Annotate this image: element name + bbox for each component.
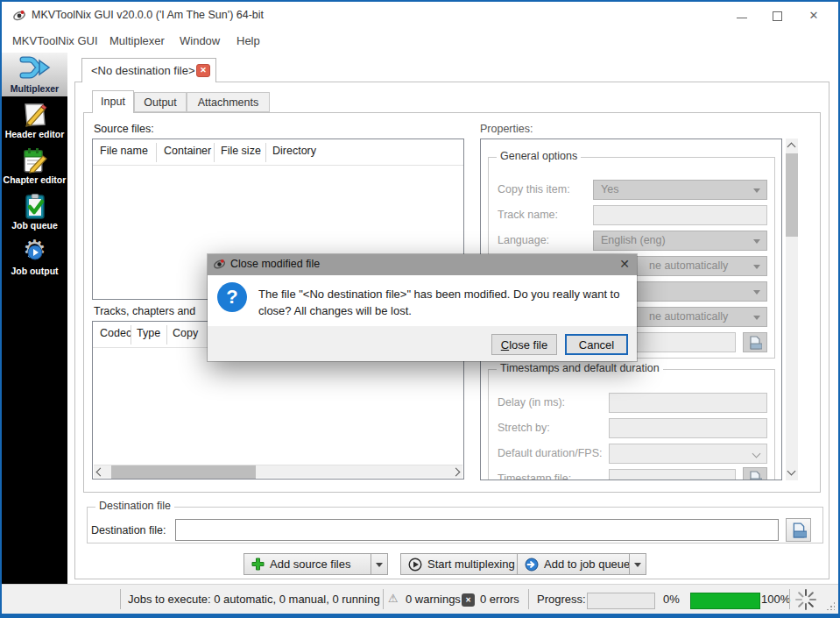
tool-sidebar: Multiplexer Header editor Chapter editor — [2, 53, 67, 584]
properties-vertical-scrollbar[interactable] — [786, 139, 798, 480]
sidebar-item-label: Job queue — [2, 220, 67, 231]
add-to-job-queue-button[interactable]: Add to job queue — [517, 553, 646, 575]
tracks-horizontal-scrollbar[interactable] — [94, 465, 462, 478]
close-file-button[interactable]: Close file — [491, 334, 557, 355]
question-icon: ? — [217, 282, 247, 312]
scrollbar-thumb[interactable] — [786, 153, 798, 237]
dialog-close-icon[interactable]: ✕ — [619, 257, 630, 271]
sidebar-item-chapter-editor[interactable]: Chapter editor — [2, 144, 67, 188]
menu-help[interactable]: Help — [233, 32, 264, 49]
minimize-button[interactable] — [729, 7, 755, 25]
add-source-files-dropdown[interactable] — [371, 554, 387, 574]
document-tab[interactable]: <No destination file> ✕ — [81, 58, 216, 82]
sidebar-item-label: Header editor — [2, 129, 67, 139]
maximize-button[interactable] — [764, 7, 790, 25]
window-title: MKVToolNix GUI v20.0.0 ('I Am The Sun') … — [32, 9, 264, 21]
tab-attachments[interactable]: Attachments — [187, 92, 270, 112]
column-header-type[interactable]: Type — [137, 327, 160, 339]
plus-icon — [251, 558, 265, 571]
chapter-editor-icon — [20, 146, 50, 175]
error-icon: ✕ — [462, 593, 475, 607]
destination-file-label: Destination file: — [91, 524, 166, 536]
tab-input[interactable]: Input — [92, 90, 134, 113]
current-progress-bar — [587, 593, 655, 609]
destination-legend: Destination file — [95, 500, 174, 512]
scrollbar-thumb[interactable] — [111, 465, 256, 479]
general-options-title: General options — [497, 150, 581, 162]
file-icon — [748, 471, 762, 480]
spinner-icon — [794, 588, 817, 611]
dialog-footer: Close file Cancel — [208, 326, 637, 361]
properties-label: Properties: — [480, 123, 533, 135]
column-header-file-name[interactable]: File name — [100, 145, 148, 157]
warning-icon: ⚠ — [388, 592, 399, 605]
close-button[interactable]: ✕ — [801, 7, 827, 25]
dialog-title-bar[interactable]: Close modified file ✕ — [208, 254, 637, 275]
sidebar-item-job-output[interactable]: ⚙ Job output — [2, 235, 67, 279]
menu-bar: MKVToolNix GUI Multiplexer Window Help — [2, 28, 838, 53]
menu-window[interactable]: Window — [176, 32, 223, 49]
column-header-copy[interactable]: Copy — [173, 327, 198, 339]
column-header-container[interactable]: Container — [164, 145, 211, 157]
scroll-down-icon[interactable] — [787, 467, 796, 476]
status-bar: Jobs to execute: 0 automatic, 0 manual, … — [2, 584, 838, 614]
scroll-right-icon[interactable] — [452, 468, 461, 477]
column-header-codec[interactable]: Codec — [100, 327, 131, 339]
sidebar-item-job-queue[interactable]: Job queue — [2, 189, 67, 233]
delay-field — [609, 393, 767, 413]
dialog-title: Close modified file — [230, 258, 320, 270]
column-header-directory[interactable]: Directory — [272, 145, 316, 157]
document-tab-label: <No destination file> — [91, 64, 195, 77]
app-icon — [12, 9, 26, 23]
dialog-message: The file "<No destination file>" has bee… — [258, 286, 619, 319]
tags-browse-button — [743, 332, 767, 352]
play-overlay-icon — [27, 245, 43, 260]
job-queue-icon — [20, 191, 50, 221]
chevron-down-icon — [753, 265, 760, 269]
chevron-down-icon — [752, 450, 761, 458]
track-name-label: Track name: — [498, 209, 558, 221]
add-to-job-queue-dropdown[interactable] — [629, 554, 646, 574]
chevron-down-icon — [753, 290, 760, 295]
timestamp-file-field — [609, 469, 736, 480]
document-tab-close-icon[interactable]: ✕ — [196, 64, 210, 77]
timestamp-file-label: Timestamp file: — [498, 472, 571, 480]
sidebar-item-label: Multiplexer — [2, 83, 67, 94]
sidebar-item-multiplexer[interactable]: Multiplexer — [2, 53, 67, 96]
language-label: Language: — [498, 234, 549, 246]
chevron-down-icon — [753, 239, 760, 244]
column-header-file-size[interactable]: File size — [221, 145, 261, 157]
sidebar-item-header-editor[interactable]: Header editor — [2, 98, 67, 142]
tracks-label: Tracks, chapters and — [94, 305, 195, 317]
file-icon — [748, 336, 762, 350]
stretch-by-field — [609, 418, 767, 438]
dialog-body: ? The file "<No destination file>" has b… — [208, 275, 637, 326]
multiplexer-merge-icon — [19, 54, 51, 81]
delay-label: Delay (in ms): — [498, 396, 565, 408]
jobs-status: Jobs to execute: 0 automatic, 0 manual, … — [128, 593, 380, 606]
menu-multiplexer[interactable]: Multiplexer — [106, 32, 168, 49]
warnings-count: 0 warnings — [406, 593, 461, 606]
scroll-up-icon[interactable] — [787, 143, 796, 152]
copy-item-select: Yes — [593, 180, 767, 200]
chevron-down-icon — [753, 188, 760, 193]
resize-grip[interactable] — [826, 601, 835, 610]
destination-file-input[interactable] — [175, 519, 779, 541]
progress-label: Progress: — [537, 593, 586, 606]
file-icon — [791, 522, 807, 538]
menu-mkvtoolnix-gui[interactable]: MKVToolNix GUI — [9, 32, 102, 49]
destination-browse-button[interactable] — [786, 518, 811, 542]
total-progress-bar — [690, 593, 760, 609]
default-duration-label: Default duration/FPS: — [498, 447, 603, 459]
scroll-left-icon[interactable] — [96, 468, 105, 477]
cancel-button[interactable]: Cancel — [565, 334, 628, 355]
stretch-by-label: Stretch by: — [498, 422, 550, 434]
dialog-message-line1: The file "<No destination file>" has bee… — [258, 286, 619, 302]
errors-count: 0 errors — [480, 593, 519, 606]
add-source-files-button[interactable]: Add source files — [244, 553, 388, 575]
track-name-field — [593, 205, 767, 225]
dialog-message-line2: close? All changes will be lost. — [258, 302, 619, 319]
current-progress-value: 0% — [663, 593, 680, 606]
tab-output[interactable]: Output — [134, 92, 187, 112]
chevron-down-icon — [753, 316, 760, 320]
